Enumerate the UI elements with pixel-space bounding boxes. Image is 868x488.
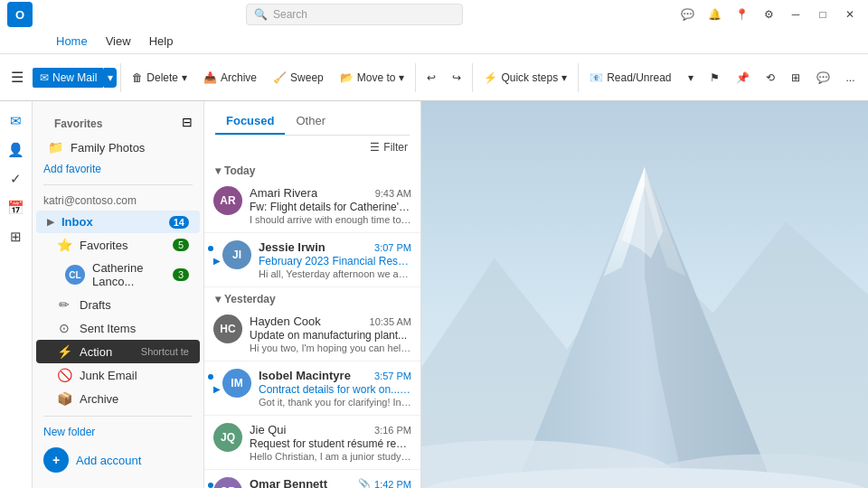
email-preview: Hi you two, I'm hoping you can help me <box>250 343 411 353</box>
inbox-expand-icon: ▶ <box>47 217 54 227</box>
filter-button[interactable]: ☰ Filter <box>364 139 413 155</box>
nav-collapse-icon[interactable]: ⊟ <box>182 115 193 129</box>
unread-indicator <box>208 483 213 488</box>
location-icon[interactable]: 📍 <box>731 4 752 25</box>
tab-other[interactable]: Other <box>285 108 336 135</box>
email-item[interactable]: ▶ IM Isobel Macintyre 3:57 PM Contract d… <box>204 361 420 416</box>
favorites-sub-icon: ⭐ <box>56 238 72 252</box>
drafts-icon: ✏ <box>56 297 72 312</box>
translate-button[interactable]: ⟲ <box>759 68 782 88</box>
delete-icon: 🗑 <box>132 71 143 84</box>
email-top: Hayden Cook 10:35 AM <box>250 314 411 328</box>
email-item[interactable]: JQ Jie Qui 3:16 PM Request for student r… <box>204 416 420 470</box>
favorites-sub-label: Favorites <box>80 239 165 252</box>
skype-button[interactable]: 💬 <box>809 68 837 88</box>
nav-divider-2 <box>43 416 193 417</box>
chat-title-icon[interactable]: 💬 <box>676 4 698 25</box>
email-top: Omar Bennett 📎 1:42 PM <box>250 477 411 488</box>
sidebar-mail-icon[interactable]: ✉ <box>4 108 29 134</box>
email-content: Omar Bennett 📎 1:42 PM Tailwinds (New Cl… <box>250 477 411 488</box>
account-label: katri@contoso.com <box>33 191 203 211</box>
new-folder-link[interactable]: New folder <box>33 422 203 442</box>
section-today: ▾ Today <box>204 159 420 179</box>
folder-icon: 📁 <box>47 140 63 155</box>
maximize-button[interactable]: □ <box>812 4 834 25</box>
reading-pane <box>421 101 868 488</box>
sidebar-calendar-icon[interactable]: 📅 <box>4 195 29 221</box>
flag-button[interactable]: ⚑ <box>703 68 727 88</box>
search-bar[interactable]: 🔍 Search <box>246 4 463 25</box>
sidebar-apps-icon[interactable]: ⊞ <box>4 224 29 249</box>
email-preview: Got it, thank you for clarifying! In tha… <box>259 397 411 408</box>
read-unread-button[interactable]: 📧 Read/Unread <box>582 68 678 88</box>
email-time: 3:16 PM <box>374 425 411 436</box>
quick-steps-button[interactable]: ⚡ Quick steps ▾ <box>476 68 574 88</box>
email-top: Amari Rivera 9:43 AM <box>250 186 411 200</box>
pin-button[interactable]: 📌 <box>729 68 757 88</box>
table-button[interactable]: ⊞ <box>784 68 807 88</box>
more-ribbon-button[interactable]: ... <box>839 68 863 88</box>
menu-help[interactable]: Help <box>142 33 181 50</box>
add-account-icon: + <box>43 447 69 473</box>
email-sender: Hayden Cook <box>250 314 321 328</box>
shortcut-label: Shortcut te <box>141 346 189 357</box>
redo-button[interactable]: ↪ <box>445 68 468 88</box>
nav-item-drafts[interactable]: ✏ Drafts <box>36 293 200 316</box>
filter-label: Filter <box>383 141 408 154</box>
tab-focused[interactable]: Focused <box>215 108 285 135</box>
sidebar-tasks-icon[interactable]: ✓ <box>4 166 29 192</box>
email-item[interactable]: HC Hayden Cook 10:35 AM Update on manufa… <box>204 307 420 361</box>
email-content: Hayden Cook 10:35 AM Update on manufactu… <box>250 314 411 353</box>
add-favorite-link[interactable]: Add favorite <box>33 159 203 179</box>
menu-view[interactable]: View <box>99 33 138 50</box>
undo-button[interactable]: ↩ <box>420 68 443 88</box>
archive-button[interactable]: 📥 Archive <box>196 68 264 88</box>
hamburger-button[interactable]: ☰ <box>4 65 31 89</box>
new-mail-button[interactable]: ✉ New Mail <box>33 68 104 88</box>
filter-ribbon-button[interactable]: ▾ <box>681 68 701 88</box>
junk-label: Junk Email <box>80 369 189 382</box>
email-item[interactable]: OB Omar Bennett 📎 1:42 PM Tailwinds (New… <box>204 470 420 488</box>
title-bar-left: O <box>7 2 33 27</box>
nav-item-action[interactable]: ⚡ Action Shortcut te <box>36 340 200 363</box>
sweep-label: Sweep <box>290 71 324 84</box>
new-mail-dropdown[interactable]: ▾ <box>104 68 117 88</box>
filter-icon: ☰ <box>370 141 380 154</box>
email-item[interactable]: AR Amari Rivera 9:43 AM Fw: Flight detai… <box>204 179 420 233</box>
move-icon: 📂 <box>340 71 354 84</box>
yesterday-label: Yesterday <box>224 293 276 305</box>
nav-item-inbox[interactable]: ▶ Inbox 14 <box>36 211 200 233</box>
nav-panel: Favorites ⊟ 📁 Family Photos Add favorite… <box>33 101 204 488</box>
delete-label: Delete <box>146 71 178 84</box>
sweep-icon: 🧹 <box>273 71 287 84</box>
inbox-label: Inbox <box>61 215 162 229</box>
add-account-item[interactable]: + Add account <box>33 442 203 478</box>
catherine-label: Catherine Lanco... <box>92 261 165 288</box>
read-unread-label: Read/Unread <box>607 71 671 84</box>
email-preview: Hello Christian, I am a junior studying … <box>250 451 411 462</box>
email-scroll[interactable]: ▾ Today AR Amari Rivera 9:43 AM Fw: Flig… <box>204 159 420 488</box>
nav-item-catherine[interactable]: CL Catherine Lanco... 3 <box>36 257 200 293</box>
nav-item-family-photos[interactable]: 📁 Family Photos <box>36 136 200 159</box>
email-time: 3:57 PM <box>374 371 411 381</box>
nav-item-sent[interactable]: ⊙ Sent Items <box>36 316 200 340</box>
email-list-header: Focused Other <box>204 101 420 136</box>
email-item[interactable]: ▶ JI Jessie Irwin 3:07 PM February 2023 … <box>204 233 420 287</box>
drafts-label: Drafts <box>80 298 189 312</box>
read-icon: 📧 <box>590 71 603 84</box>
nav-item-junk[interactable]: 🚫 Junk Email <box>36 363 200 387</box>
minimize-button[interactable]: ─ <box>785 4 807 25</box>
delete-button[interactable]: 🗑 Delete ▾ <box>125 68 194 88</box>
ribbon-divider-4 <box>578 63 579 92</box>
new-mail-label: New Mail <box>52 71 97 84</box>
ribbon-divider-1 <box>120 63 121 92</box>
close-button[interactable]: ✕ <box>839 4 861 25</box>
settings-icon[interactable]: ⚙ <box>758 4 779 25</box>
nav-item-archive[interactable]: 📦 Archive <box>36 387 200 410</box>
bell-icon[interactable]: 🔔 <box>703 4 725 25</box>
menu-home[interactable]: Home <box>49 33 95 50</box>
nav-item-favorites-sub[interactable]: ⭐ Favorites 5 <box>36 233 200 257</box>
sweep-button[interactable]: 🧹 Sweep <box>266 68 331 88</box>
sidebar-people-icon[interactable]: 👤 <box>4 137 29 163</box>
move-to-button[interactable]: 📂 Move to ▾ <box>333 68 412 88</box>
